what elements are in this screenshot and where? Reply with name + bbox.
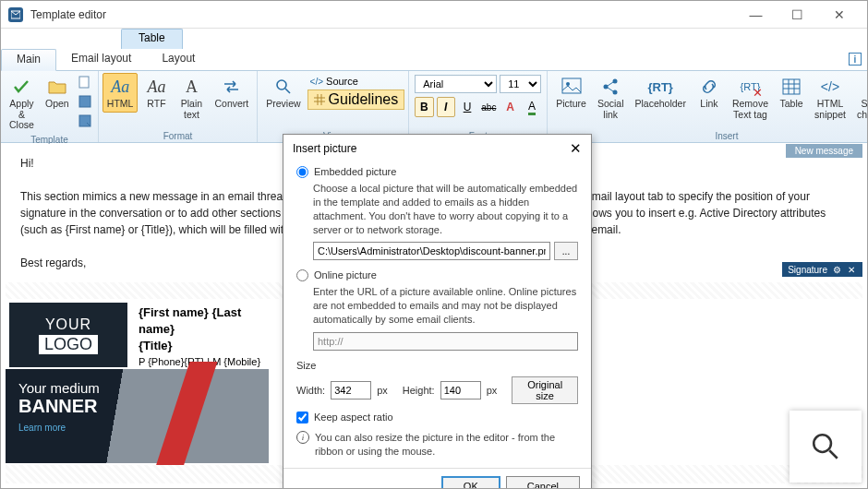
banner-line1: Your medium	[18, 380, 256, 396]
convert-icon	[221, 76, 243, 98]
html-button[interactable]: Aa HTML	[102, 73, 139, 113]
ok-button[interactable]: OK	[441, 476, 500, 489]
tab-email-layout[interactable]: Email layout	[56, 49, 147, 70]
open-button[interactable]: Open	[41, 73, 74, 113]
svg-point-6	[604, 85, 609, 89]
special-char-button[interactable]: ΩSpecial character	[852, 73, 868, 123]
width-input[interactable]	[331, 381, 371, 400]
embedded-radio[interactable]	[296, 166, 308, 178]
close-icon[interactable]: ✕	[846, 264, 857, 275]
group-font: Arial 11 B I U abc A A Font	[409, 71, 548, 142]
preview-button[interactable]: Preview	[261, 73, 305, 113]
code-icon: </>	[819, 76, 841, 98]
logo-placeholder: YOUR LOGO	[9, 303, 127, 367]
height-label: Height:	[403, 385, 435, 396]
group-label: Format	[102, 130, 253, 142]
new-template-icon[interactable]	[76, 73, 94, 91]
svg-rect-4	[562, 78, 581, 93]
info-icon[interactable]: i	[849, 53, 862, 66]
browse-button[interactable]: ...	[554, 242, 578, 260]
group-insert: Picture Social link {RT}Placeholder Link…	[548, 71, 868, 142]
guidelines-button[interactable]: Guidelines	[307, 89, 405, 110]
keep-ratio-checkbox[interactable]	[296, 411, 308, 423]
underline-button[interactable]: U	[458, 97, 476, 117]
strike-button[interactable]: abc	[479, 97, 498, 117]
font-name-select[interactable]: Arial	[415, 75, 497, 93]
dialog-title: Insert picture	[293, 142, 356, 155]
tab-layout[interactable]: Layout	[147, 49, 211, 70]
tab-main[interactable]: Main	[1, 49, 56, 71]
minimize-button[interactable]: —	[735, 2, 777, 28]
banner: Your medium BANNER Learn more	[6, 369, 269, 463]
picture-icon	[561, 76, 583, 98]
social-link-button[interactable]: Social link	[593, 73, 629, 123]
zoom-overlay[interactable]	[790, 411, 862, 483]
titlebar: Template editor — ☐ ✕	[1, 1, 867, 29]
bold-button[interactable]: B	[415, 97, 433, 117]
italic-button[interactable]: I	[437, 97, 455, 117]
height-unit: px	[487, 385, 498, 396]
table-icon	[780, 76, 802, 98]
placeholder-button[interactable]: {RT}Placeholder	[630, 73, 690, 113]
new-message-label: New message	[786, 144, 862, 158]
height-input[interactable]	[440, 381, 481, 400]
link-icon	[698, 76, 720, 98]
check-icon	[10, 76, 32, 98]
source-button[interactable]: </> Source	[307, 75, 405, 88]
remove-tag-button[interactable]: {RT}✕Remove Text tag	[728, 73, 773, 123]
convert-button[interactable]: Convert	[210, 73, 253, 113]
embedded-option[interactable]: Embedded picture	[296, 166, 578, 178]
save-as-icon[interactable]	[76, 112, 94, 130]
group-template: Apply & Close Open Template	[1, 71, 99, 142]
magnifier-icon	[272, 76, 295, 98]
tab-strip: Main Email layout Layout i	[1, 49, 867, 71]
online-url-input[interactable]	[313, 332, 578, 351]
svg-rect-9	[783, 79, 800, 94]
folder-icon	[46, 76, 68, 98]
online-radio[interactable]	[296, 269, 308, 281]
banner-line2: BANNER	[18, 396, 256, 417]
window-title: Template editor	[30, 8, 106, 21]
placeholder-icon: {RT}	[649, 76, 671, 98]
picture-button[interactable]: Picture	[551, 73, 591, 113]
table-button[interactable]: Table	[775, 73, 808, 113]
dialog-close-button[interactable]: ✕	[570, 140, 582, 157]
grid-icon	[314, 94, 325, 105]
signature-info: {First name} {Last name} {Title} P {Phon…	[131, 299, 269, 369]
app-icon	[8, 7, 23, 22]
html-snippet-button[interactable]: </>HTML snippet	[810, 73, 850, 123]
font-color-button[interactable]: A	[501, 97, 520, 117]
original-size-button[interactable]: Original size	[512, 376, 578, 404]
svg-rect-1	[79, 96, 90, 107]
group-format: Aa HTML Aa RTF A Plain text Convert Form…	[99, 71, 258, 142]
link-button[interactable]: Link	[693, 73, 726, 113]
svg-rect-0	[79, 77, 89, 88]
gear-icon[interactable]: ⚙	[831, 264, 842, 275]
group-view: Preview </> Source Guidelines View	[258, 71, 409, 142]
rtf-aa-icon: Aa	[145, 76, 167, 98]
apply-close-button[interactable]: Apply & Close	[5, 73, 39, 134]
rtf-button[interactable]: Aa RTF	[139, 73, 173, 113]
cancel-button[interactable]: Cancel	[506, 476, 580, 489]
keep-ratio-option[interactable]: Keep aspect ratio	[296, 411, 578, 423]
info-icon: i	[296, 431, 309, 444]
context-tab-table[interactable]: Table	[121, 29, 183, 49]
maximize-button[interactable]: ☐	[777, 2, 818, 28]
resize-info: You can also resize the picture in the e…	[315, 431, 578, 459]
sig-name: {First name} {Last name}	[139, 305, 241, 336]
font-size-select[interactable]: 11	[500, 75, 541, 93]
html-aa-icon: Aa	[109, 76, 131, 98]
insert-picture-dialog: Insert picture ✕ Embedded picture Choose…	[283, 134, 592, 489]
online-desc: Enter the URL of a picture available onl…	[313, 285, 578, 327]
highlight-button[interactable]: A	[523, 97, 541, 117]
banner-learn-more[interactable]: Learn more	[18, 423, 66, 433]
embedded-desc: Choose a local picture that will be auto…	[313, 182, 578, 236]
plain-text-button[interactable]: A Plain text	[175, 73, 208, 123]
group-label: Insert	[551, 130, 868, 142]
online-option[interactable]: Online picture	[296, 269, 578, 281]
close-button[interactable]: ✕	[818, 2, 860, 28]
sig-title: {Title}	[139, 339, 173, 352]
embedded-path-input[interactable]	[313, 242, 550, 260]
ribbon: Apply & Close Open Template Aa HTML Aa R…	[1, 71, 867, 143]
save-icon[interactable]	[76, 92, 94, 111]
